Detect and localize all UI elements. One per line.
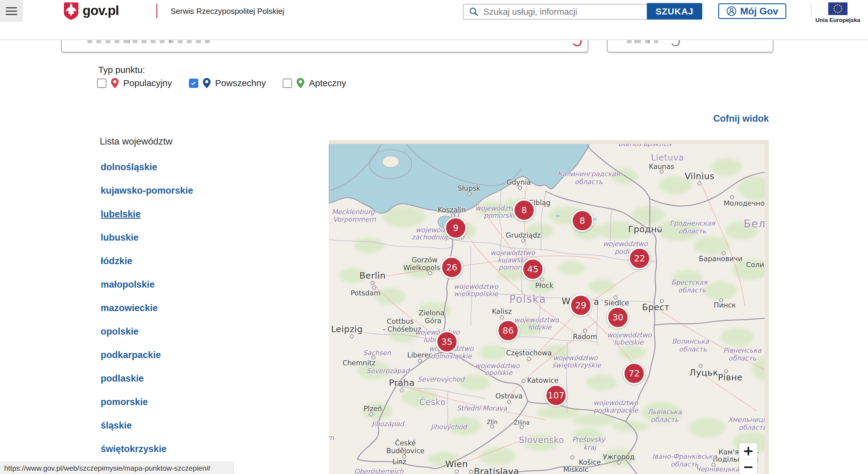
- voivodeship-item: lubuskie: [101, 232, 193, 256]
- checkbox[interactable]: [189, 78, 198, 88]
- voivodeship-link-mazowieckie[interactable]: mazowieckie: [101, 303, 158, 313]
- cutoff-text-fragment: [627, 40, 658, 43]
- map-cluster-marker[interactable]: 72: [623, 362, 645, 384]
- gov-pl-logo[interactable]: gov.pl: [83, 3, 119, 18]
- filter-option-apteczny[interactable]: Apteczny: [283, 78, 346, 89]
- map-cluster-marker[interactable]: 22: [628, 247, 651, 270]
- search-button[interactable]: SZUKAJ: [647, 3, 702, 20]
- voivodeship-list-title: Lista województw: [100, 136, 173, 147]
- service-name: Serwis Rzeczypospolitej Polskiej: [170, 7, 284, 16]
- map-cluster-marker[interactable]: 9: [444, 217, 467, 239]
- status-bar-url: https://www.gov.pl/web/szczepimysie/mapa…: [0, 462, 234, 474]
- voivodeship-link-lubelskie[interactable]: lubelskie: [101, 209, 141, 219]
- filter-option-powszechny[interactable]: Powszechny: [189, 78, 266, 89]
- map-clusters: 8892226452930863572107: [329, 140, 769, 474]
- voivodeship-item: małopolskie: [101, 279, 193, 303]
- user-icon: [726, 6, 737, 16]
- voivodeship-item: opolskie: [101, 326, 193, 350]
- voivodeship-link-łódzkie[interactable]: łódzkie: [101, 256, 132, 266]
- voivodeship-link-lubuskie[interactable]: lubuskie: [101, 232, 138, 243]
- filter-option-label: Powszechny: [215, 78, 266, 88]
- search-input[interactable]: [483, 7, 647, 17]
- sticky-panel: [0, 22, 868, 39]
- hamburger-icon: [6, 7, 17, 8]
- zoom-in-button[interactable]: +: [739, 443, 757, 459]
- browser-viewport: gov.pl Serwis Rzeczypospolitej Polskiej …: [0, 0, 868, 474]
- filter-option-label: Populacyjny: [123, 78, 172, 88]
- checkbox[interactable]: [283, 78, 292, 88]
- voivodeship-item: podkarpackie: [101, 350, 193, 373]
- polish-eagle-emblem: [64, 2, 79, 20]
- map-pin-icon: [296, 78, 305, 89]
- site-header: gov.pl Serwis Rzeczypospolitej Polskiej …: [0, 0, 868, 22]
- map-cluster-marker[interactable]: 8: [571, 210, 593, 232]
- map-pin-icon: [111, 78, 119, 89]
- voivodeship-link-podkarpackie[interactable]: podkarpackie: [101, 350, 161, 360]
- map-cluster-marker[interactable]: 8: [513, 199, 535, 221]
- voivodeship-item: kujawsko-pomorskie: [101, 185, 193, 209]
- voivodeship-link-opolskie[interactable]: opolskie: [101, 326, 138, 337]
- voivodeship-item: łódzkie: [101, 256, 193, 279]
- map-pin-icon: [203, 78, 211, 89]
- filter-options: PopulacyjnyPowszechnyApteczny: [97, 78, 346, 89]
- voivodeship-item: dolnośląskie: [101, 162, 193, 185]
- search-icon: [469, 7, 478, 16]
- search-box: [463, 4, 647, 20]
- voivodeship-link-podlaskie[interactable]: podlaskie: [101, 373, 144, 384]
- voivodeship-link-kujawsko-pomorskie[interactable]: kujawsko-pomorskie: [101, 185, 193, 196]
- header-divider: [811, 3, 812, 19]
- voivodeship-link-śląskie[interactable]: śląskie: [101, 420, 132, 431]
- voivodeship-link-dolnośląskie[interactable]: dolnośląskie: [101, 162, 157, 172]
- cutoff-text-fragment: [87, 40, 214, 43]
- menu-button[interactable]: [0, 0, 23, 22]
- eu-caption: Unia Europejska: [814, 17, 862, 24]
- map-cluster-marker[interactable]: 45: [522, 258, 544, 280]
- vaccination-points-map: Utenos apskritisLietuvaKaunasVilniusМоло…: [329, 140, 769, 474]
- sticky-panel-edge: [0, 39, 868, 40]
- moj-gov-button[interactable]: Mój Gov: [718, 3, 786, 19]
- filter-option-populacyjny[interactable]: Populacyjny: [97, 78, 172, 89]
- reset-view-link[interactable]: Cofnij widok: [663, 113, 769, 124]
- voivodeship-link-świętokrzyskie[interactable]: świętokrzyskie: [101, 444, 167, 454]
- map-cluster-marker[interactable]: 35: [436, 331, 458, 353]
- voivodeship-item: lubelskie: [101, 209, 193, 232]
- map-zoom-control: + −: [739, 443, 758, 474]
- eu-logo: Unia Europejska: [814, 2, 862, 24]
- voivodeship-link-małopolskie[interactable]: małopolskie: [101, 279, 155, 290]
- map-cluster-marker[interactable]: 30: [607, 306, 629, 329]
- filter-option-label: Apteczny: [309, 78, 346, 88]
- zoom-out-button[interactable]: −: [739, 459, 757, 474]
- voivodeship-item: śląskie: [101, 420, 193, 444]
- map-cluster-marker[interactable]: 107: [545, 384, 567, 407]
- map-cluster-marker[interactable]: 29: [569, 294, 592, 316]
- voivodeship-item: mazowieckie: [101, 303, 193, 326]
- map-cluster-marker[interactable]: 26: [441, 256, 463, 278]
- logo-divider: [156, 4, 157, 18]
- voivodeship-link-pomorskie[interactable]: pomorskie: [101, 397, 148, 407]
- voivodeship-list: dolnośląskiekujawsko-pomorskielubelskiel…: [101, 162, 193, 467]
- voivodeship-item: podlaskie: [101, 373, 193, 397]
- eu-flag-icon: [828, 2, 847, 15]
- point-type-label: Typ punktu:: [98, 65, 145, 75]
- map-cluster-marker[interactable]: 86: [497, 319, 519, 342]
- voivodeship-item: pomorskie: [101, 397, 193, 420]
- checkbox[interactable]: [97, 78, 106, 88]
